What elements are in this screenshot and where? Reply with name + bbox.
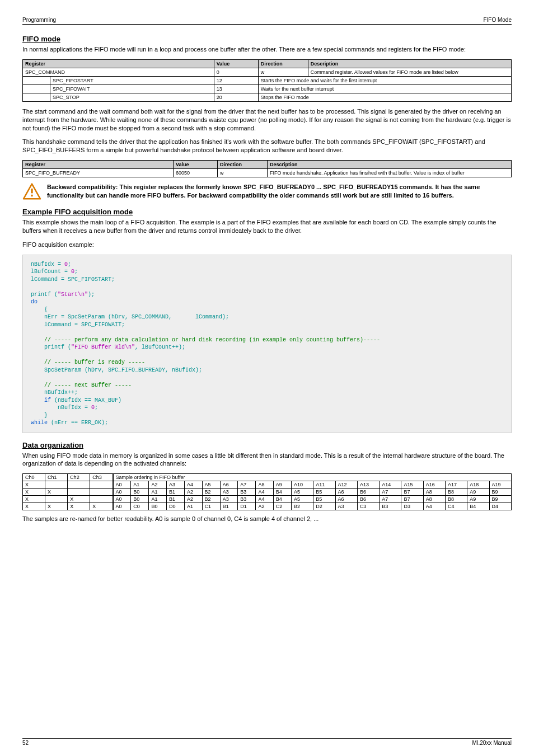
warning-icon <box>22 183 41 200</box>
t2-r1-desc: FIFO mode handshake. Application has fin… <box>268 169 512 177</box>
header-bar: Programming FIFO Mode <box>22 17 512 25</box>
t1-h-value: Value <box>214 59 258 68</box>
t1-h-desc: Description <box>308 59 511 68</box>
example-para-1: This example shows the main loop of a FI… <box>22 218 512 235</box>
code-line: lBufCount = 0; <box>31 269 78 275</box>
t2-r1-reg: SPC_FIFO_BUFREADY <box>23 169 174 177</box>
code-line: // ----- next Buffer ----- <box>31 382 132 388</box>
t1-h-register: Register <box>23 59 214 68</box>
code-line: nBufIdx++; <box>31 389 78 396</box>
t1-r2-val: 12 <box>214 76 258 84</box>
code-line: lCommand = SPC_FIFOWAIT; <box>31 322 125 328</box>
code-line: nBufIdx = 0; <box>31 405 98 411</box>
example-para-2: FIFO acquisition example: <box>22 241 512 249</box>
table-row: X A0A1A2A3A4A5A6A7A8A9A10A11A12A13A14A15… <box>23 481 512 489</box>
table-row: X X X X A0C0B0D0A1C1B1D1A2C2B2D2A3C3B3D3… <box>23 503 512 510</box>
code-line: SpcSetParam (hDrv, SPC_FIFO_BUFREADY, nB… <box>31 367 202 373</box>
t1-h-direction: Direction <box>258 59 308 68</box>
code-line: nBufIdx = 0; <box>31 261 71 267</box>
fifo-para-2: The start command and the wait command b… <box>22 107 512 133</box>
t2-r1-dir: w <box>218 169 268 177</box>
org-h-ch2: Ch2 <box>68 474 90 481</box>
data-organization-table: Ch0 Ch1 Ch2 Ch3 Sample ordering in FIFO … <box>22 473 512 510</box>
code-line: while (nErr == ERR_OK); <box>31 420 108 426</box>
t2-h-value: Value <box>174 161 218 169</box>
fifo-para-3: This handshake command tells the driver … <box>22 138 512 154</box>
code-line: { <box>31 307 48 313</box>
t1-r2-desc: Starts the FIFO mode and waits for the f… <box>258 76 511 84</box>
code-line: // ----- perform any data calculation or… <box>31 337 380 343</box>
t2-h-desc: Description <box>268 161 512 169</box>
t2-h-direction: Direction <box>218 161 268 169</box>
fifo-intro-paragraph: In normal applications the FIFO mode wil… <box>22 45 512 54</box>
header-left: Programming <box>22 17 56 23</box>
code-line: do <box>31 299 38 305</box>
t1-r4-desc: Stops the FIFO mode <box>258 93 511 101</box>
data-org-note: The samples are re-named for better read… <box>22 515 512 523</box>
register-table-2: Register Value Direction Description SPC… <box>22 160 512 177</box>
code-block: nBufIdx = 0; lBufCount = 0; lCommand = S… <box>22 255 512 433</box>
t1-r3-reg: SPC_FIFOWAIT <box>50 84 214 93</box>
table-row: X X A0B0A1B1A2B2A3B3A4B4A5B5A6B6A7B7A8B8… <box>23 489 512 496</box>
org-h-sample: Sample ordering in FIFO buffer <box>113 474 512 481</box>
header-right: FIFO Mode <box>483 17 512 23</box>
t1-r2-reg: SPC_FIFOSTART <box>50 76 214 84</box>
org-h-ch3: Ch3 <box>90 474 113 481</box>
warning-block: Backward compatibility: This register re… <box>22 183 512 200</box>
code-line: } <box>31 412 48 419</box>
section-example-title: Example FIFO acquisition mode <box>22 208 512 216</box>
warning-text: Backward compatibility: This register re… <box>47 183 512 200</box>
svg-rect-1 <box>31 189 32 193</box>
code-line: // ----- buffer is ready ----- <box>31 359 145 365</box>
section-data-org-title: Data organization <box>22 441 512 449</box>
t1-r1-val: 0 <box>214 68 258 76</box>
code-line: lCommand = SPC_FIFOSTART; <box>31 276 115 283</box>
t1-r1-dir: w <box>258 68 308 76</box>
t1-r3-desc: Waits for the next buffer interrupt <box>258 84 511 93</box>
t1-r4-val: 20 <box>214 93 258 101</box>
register-table-1: Register Value Direction Description SPC… <box>22 59 512 102</box>
t2-h-register: Register <box>23 161 174 169</box>
t1-r1-desc: Command register. Allowed values for FIF… <box>308 68 511 76</box>
org-h-ch0: Ch0 <box>23 474 45 481</box>
t1-r3-val: 13 <box>214 84 258 93</box>
t2-r1-val: 60050 <box>174 169 218 177</box>
code-line: nErr = SpcSetParam (hDrv, SPC_COMMAND, l… <box>31 314 229 320</box>
t1-indent <box>23 84 50 93</box>
org-h-ch1: Ch1 <box>45 474 68 481</box>
table-row: Ch0 Ch1 Ch2 Ch3 Sample ordering in FIFO … <box>23 474 512 481</box>
code-line: printf ("FIFO Buffer %ld\n", lBufCount++… <box>31 344 185 350</box>
t1-r1-reg: SPC_COMMAND <box>23 68 214 76</box>
code-line: printf ("Start\n"); <box>31 292 95 298</box>
svg-rect-2 <box>31 195 32 196</box>
section-fifo-mode-title: FIFO mode <box>22 35 512 43</box>
t1-indent <box>23 93 50 101</box>
code-line: if (nBufIdx == MAX_BUF) <box>31 397 121 403</box>
table-row: X X A0B0A1B1A2B2A3B3A4B4A5B5A6B6A7B7A8B8… <box>23 496 512 503</box>
data-org-para: When using FIFO mode data in memory is o… <box>22 452 512 468</box>
t1-r4-reg: SPC_STOP <box>50 93 214 101</box>
t1-indent <box>23 76 50 84</box>
